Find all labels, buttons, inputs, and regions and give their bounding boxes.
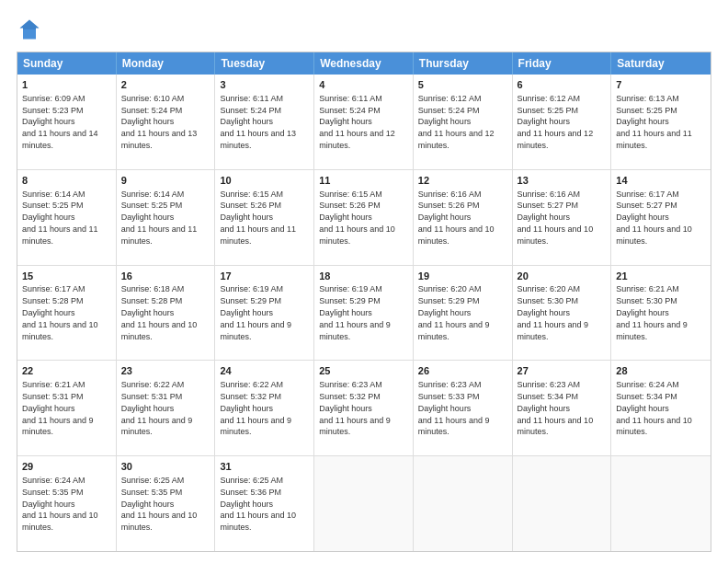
day-info: Sunrise: 6:22 AMSunset: 5:31 PMDaylight … xyxy=(121,380,193,436)
calendar-row-1: 1Sunrise: 6:09 AMSunset: 5:23 PMDaylight… xyxy=(17,75,711,169)
calendar-body: 1Sunrise: 6:09 AMSunset: 5:23 PMDaylight… xyxy=(17,75,711,551)
day-cell-27: 27Sunrise: 6:23 AMSunset: 5:34 PMDayligh… xyxy=(513,361,612,455)
day-number: 26 xyxy=(418,364,507,378)
day-info: Sunrise: 6:24 AMSunset: 5:35 PMDaylight … xyxy=(22,476,98,532)
day-cell-24: 24Sunrise: 6:22 AMSunset: 5:32 PMDayligh… xyxy=(215,361,314,455)
day-cell-16: 16Sunrise: 6:18 AMSunset: 5:28 PMDayligh… xyxy=(117,266,216,361)
day-info: Sunrise: 6:12 AMSunset: 5:24 PMDaylight … xyxy=(418,94,495,150)
day-number: 15 xyxy=(22,270,111,283)
day-info: Sunrise: 6:15 AMSunset: 5:26 PMDaylight … xyxy=(319,190,395,246)
day-cell-3: 3Sunrise: 6:11 AMSunset: 5:24 PMDaylight… xyxy=(215,75,314,169)
day-cell-5: 5Sunrise: 6:12 AMSunset: 5:24 PMDaylight… xyxy=(414,75,513,169)
day-number: 18 xyxy=(319,270,408,283)
day-number: 9 xyxy=(121,174,210,188)
day-info: Sunrise: 6:24 AMSunset: 5:34 PMDaylight … xyxy=(616,380,692,436)
day-number: 31 xyxy=(220,460,309,474)
day-header-saturday: Saturday xyxy=(611,52,711,75)
day-header-thursday: Thursday xyxy=(414,52,513,75)
day-number: 24 xyxy=(220,364,309,378)
day-cell-17: 17Sunrise: 6:19 AMSunset: 5:29 PMDayligh… xyxy=(215,266,314,361)
day-header-sunday: Sunday xyxy=(17,52,117,75)
day-cell-10: 10Sunrise: 6:15 AMSunset: 5:26 PMDayligh… xyxy=(215,170,314,265)
day-info: Sunrise: 6:11 AMSunset: 5:24 PMDaylight … xyxy=(220,94,296,150)
day-info: Sunrise: 6:22 AMSunset: 5:32 PMDaylight … xyxy=(220,380,291,436)
empty-cell xyxy=(513,456,612,551)
day-cell-6: 6Sunrise: 6:12 AMSunset: 5:25 PMDaylight… xyxy=(513,75,612,169)
day-number: 21 xyxy=(616,270,706,283)
day-info: Sunrise: 6:25 AMSunset: 5:36 PMDaylight … xyxy=(220,476,296,532)
calendar-row-3: 15Sunrise: 6:17 AMSunset: 5:28 PMDayligh… xyxy=(17,265,711,361)
calendar-row-2: 8Sunrise: 6:14 AMSunset: 5:25 PMDaylight… xyxy=(17,169,711,265)
day-info: Sunrise: 6:25 AMSunset: 5:35 PMDaylight … xyxy=(121,476,198,532)
day-info: Sunrise: 6:21 AMSunset: 5:31 PMDaylight … xyxy=(22,380,94,436)
day-number: 11 xyxy=(319,174,408,188)
day-cell-1: 1Sunrise: 6:09 AMSunset: 5:23 PMDaylight… xyxy=(17,75,117,169)
day-cell-7: 7Sunrise: 6:13 AMSunset: 5:25 PMDaylight… xyxy=(611,75,711,169)
day-number: 16 xyxy=(121,270,210,283)
day-number: 29 xyxy=(22,460,111,474)
day-info: Sunrise: 6:23 AMSunset: 5:34 PMDaylight … xyxy=(518,380,594,436)
day-cell-14: 14Sunrise: 6:17 AMSunset: 5:27 PMDayligh… xyxy=(611,170,711,265)
day-number: 19 xyxy=(418,270,507,283)
day-cell-23: 23Sunrise: 6:22 AMSunset: 5:31 PMDayligh… xyxy=(117,361,216,455)
day-cell-4: 4Sunrise: 6:11 AMSunset: 5:24 PMDaylight… xyxy=(314,75,414,169)
day-info: Sunrise: 6:17 AMSunset: 5:28 PMDaylight … xyxy=(22,284,98,340)
logo xyxy=(17,17,46,42)
day-cell-25: 25Sunrise: 6:23 AMSunset: 5:32 PMDayligh… xyxy=(314,361,414,455)
day-number: 22 xyxy=(22,364,111,378)
day-cell-2: 2Sunrise: 6:10 AMSunset: 5:24 PMDaylight… xyxy=(117,75,216,169)
day-info: Sunrise: 6:16 AMSunset: 5:27 PMDaylight … xyxy=(518,190,594,246)
day-number: 7 xyxy=(616,78,706,92)
day-info: Sunrise: 6:15 AMSunset: 5:26 PMDaylight … xyxy=(220,190,296,246)
day-info: Sunrise: 6:14 AMSunset: 5:25 PMDaylight … xyxy=(121,190,198,246)
empty-cell xyxy=(611,456,711,551)
day-cell-30: 30Sunrise: 6:25 AMSunset: 5:35 PMDayligh… xyxy=(117,456,216,551)
day-cell-19: 19Sunrise: 6:20 AMSunset: 5:29 PMDayligh… xyxy=(414,266,513,361)
day-number: 12 xyxy=(418,174,507,188)
logo-icon xyxy=(17,17,42,42)
day-info: Sunrise: 6:20 AMSunset: 5:30 PMDaylight … xyxy=(518,284,589,340)
day-cell-12: 12Sunrise: 6:16 AMSunset: 5:26 PMDayligh… xyxy=(414,170,513,265)
day-number: 27 xyxy=(518,364,607,378)
day-info: Sunrise: 6:19 AMSunset: 5:29 PMDaylight … xyxy=(319,284,391,340)
day-number: 13 xyxy=(518,174,607,188)
day-info: Sunrise: 6:12 AMSunset: 5:25 PMDaylight … xyxy=(518,94,594,150)
day-info: Sunrise: 6:20 AMSunset: 5:29 PMDaylight … xyxy=(418,284,490,340)
day-info: Sunrise: 6:11 AMSunset: 5:24 PMDaylight … xyxy=(319,94,395,150)
day-info: Sunrise: 6:09 AMSunset: 5:23 PMDaylight … xyxy=(22,94,98,150)
day-number: 10 xyxy=(220,174,309,188)
day-number: 20 xyxy=(518,270,607,283)
day-info: Sunrise: 6:18 AMSunset: 5:28 PMDaylight … xyxy=(121,284,198,340)
day-header-monday: Monday xyxy=(117,52,216,75)
day-cell-15: 15Sunrise: 6:17 AMSunset: 5:28 PMDayligh… xyxy=(17,266,117,361)
day-info: Sunrise: 6:16 AMSunset: 5:26 PMDaylight … xyxy=(418,190,495,246)
day-number: 28 xyxy=(616,364,706,378)
day-cell-29: 29Sunrise: 6:24 AMSunset: 5:35 PMDayligh… xyxy=(17,456,117,551)
empty-cell xyxy=(414,456,513,551)
day-info: Sunrise: 6:17 AMSunset: 5:27 PMDaylight … xyxy=(616,190,692,246)
day-info: Sunrise: 6:21 AMSunset: 5:30 PMDaylight … xyxy=(616,284,688,340)
day-info: Sunrise: 6:10 AMSunset: 5:24 PMDaylight … xyxy=(121,94,198,150)
day-cell-26: 26Sunrise: 6:23 AMSunset: 5:33 PMDayligh… xyxy=(414,361,513,455)
calendar: SundayMondayTuesdayWednesdayThursdayFrid… xyxy=(17,52,711,552)
svg-marker-1 xyxy=(20,20,40,30)
day-header-wednesday: Wednesday xyxy=(314,52,414,75)
day-cell-8: 8Sunrise: 6:14 AMSunset: 5:25 PMDaylight… xyxy=(17,170,117,265)
day-info: Sunrise: 6:23 AMSunset: 5:33 PMDaylight … xyxy=(418,380,490,436)
day-number: 1 xyxy=(22,78,111,92)
day-info: Sunrise: 6:23 AMSunset: 5:32 PMDaylight … xyxy=(319,380,391,436)
day-cell-13: 13Sunrise: 6:16 AMSunset: 5:27 PMDayligh… xyxy=(513,170,612,265)
day-info: Sunrise: 6:13 AMSunset: 5:25 PMDaylight … xyxy=(616,94,692,150)
day-number: 30 xyxy=(121,460,210,474)
day-cell-18: 18Sunrise: 6:19 AMSunset: 5:29 PMDayligh… xyxy=(314,266,414,361)
calendar-row-5: 29Sunrise: 6:24 AMSunset: 5:35 PMDayligh… xyxy=(17,455,711,551)
day-info: Sunrise: 6:14 AMSunset: 5:25 PMDaylight … xyxy=(22,190,98,246)
day-number: 14 xyxy=(616,174,706,188)
day-number: 3 xyxy=(220,78,309,92)
day-header-tuesday: Tuesday xyxy=(215,52,314,75)
day-number: 4 xyxy=(319,78,408,92)
day-header-friday: Friday xyxy=(513,52,612,75)
day-number: 2 xyxy=(121,78,210,92)
calendar-row-4: 22Sunrise: 6:21 AMSunset: 5:31 PMDayligh… xyxy=(17,360,711,455)
day-cell-9: 9Sunrise: 6:14 AMSunset: 5:25 PMDaylight… xyxy=(117,170,216,265)
